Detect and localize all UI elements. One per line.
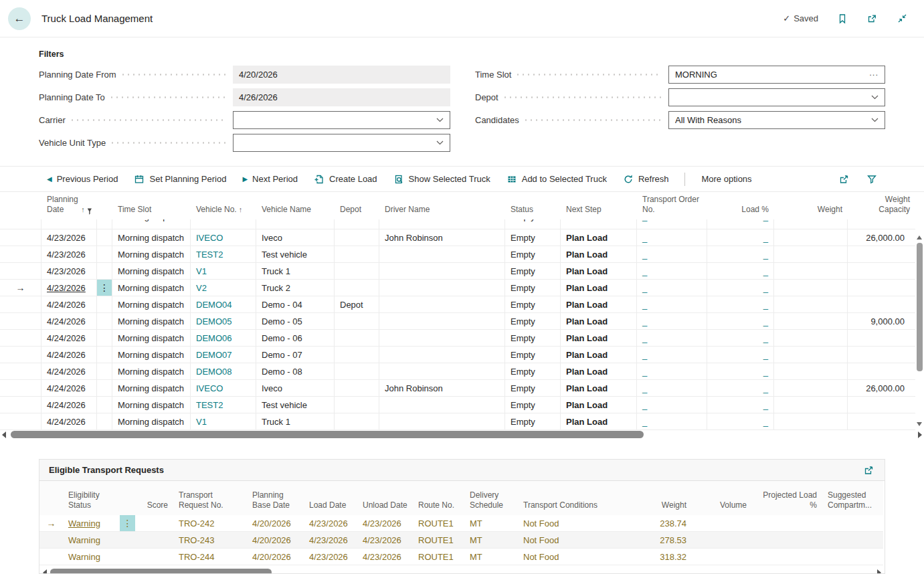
row-menu-cell[interactable] bbox=[97, 313, 112, 330]
status-cell[interactable]: Empty bbox=[505, 413, 561, 430]
depot-cell[interactable] bbox=[335, 330, 379, 347]
vehicle-cell[interactable]: DEMO04 bbox=[191, 296, 256, 313]
weight-cell[interactable] bbox=[774, 413, 848, 430]
tro-cell[interactable]: _ bbox=[637, 263, 707, 280]
weight-cell[interactable] bbox=[774, 263, 848, 280]
load-cell[interactable]: _ bbox=[707, 380, 774, 397]
planning-date-to-field[interactable]: 4/26/2026 bbox=[233, 88, 450, 106]
row-indicator[interactable] bbox=[0, 313, 41, 330]
driver-cell[interactable] bbox=[379, 296, 505, 313]
next-cell[interactable]: Plan Load bbox=[561, 380, 637, 397]
route-cell[interactable]: ROUTE1 bbox=[413, 515, 464, 532]
depot-cell[interactable]: Depot bbox=[335, 296, 379, 313]
slot-cell[interactable]: Morning dispatch bbox=[112, 246, 191, 263]
row-indicator[interactable]: → bbox=[0, 280, 41, 296]
next-cell[interactable]: Plan Load bbox=[561, 313, 637, 330]
next-period-button[interactable]: ▶ Next Period bbox=[242, 174, 298, 184]
scroll-up-arrow[interactable] bbox=[917, 233, 922, 240]
load-cell[interactable]: _ bbox=[707, 347, 774, 363]
column-header-load[interactable]: Load Date bbox=[304, 481, 357, 515]
depot-cell[interactable] bbox=[335, 363, 379, 380]
row-menu-cell[interactable] bbox=[97, 229, 112, 246]
vehicle-cell[interactable]: DEMO05 bbox=[191, 313, 256, 330]
more-options-button[interactable]: More options bbox=[701, 174, 751, 184]
column-header-depot[interactable]: Depot bbox=[335, 192, 379, 219]
name-cell[interactable]: Demo - 08 bbox=[256, 363, 335, 380]
score-cell[interactable] bbox=[135, 532, 173, 549]
row-menu-cell[interactable] bbox=[97, 413, 112, 430]
next-cell[interactable]: Plan Load bbox=[561, 229, 637, 246]
row-menu-cell[interactable] bbox=[97, 263, 112, 280]
cap-cell[interactable] bbox=[848, 330, 915, 347]
score-cell[interactable] bbox=[135, 549, 173, 565]
next-cell[interactable]: Plan Load bbox=[561, 347, 637, 363]
depot-cell[interactable] bbox=[335, 219, 379, 229]
date-cell[interactable]: 4/23/2026 bbox=[41, 219, 97, 229]
status-cell[interactable]: Warning bbox=[63, 532, 120, 549]
vehicle-cell[interactable]: TEST2 bbox=[191, 397, 256, 413]
weight-cell[interactable] bbox=[774, 347, 848, 363]
weight-cell[interactable] bbox=[774, 219, 848, 229]
time-slot-field[interactable]: MORNING ... bbox=[668, 66, 885, 84]
name-cell[interactable]: Demo - 06 bbox=[256, 330, 335, 347]
column-header-cond[interactable]: Transport Conditions bbox=[518, 481, 642, 515]
column-header-score[interactable]: Score bbox=[135, 481, 173, 515]
vertical-scroll-thumb[interactable] bbox=[917, 243, 923, 371]
status-cell[interactable]: Empty bbox=[505, 313, 561, 330]
row-indicator[interactable] bbox=[0, 219, 41, 229]
vehicle-cell[interactable]: DEMO08 bbox=[191, 363, 256, 380]
column-header-unload[interactable]: Unload Date bbox=[357, 481, 413, 515]
weight-cell[interactable] bbox=[774, 246, 848, 263]
tro-cell[interactable]: _ bbox=[637, 413, 707, 430]
add-to-selected-truck-button[interactable]: Add to Selected Truck bbox=[506, 174, 607, 185]
tro-cell[interactable]: _ bbox=[637, 380, 707, 397]
panel-horizontal-scrollbar[interactable] bbox=[41, 568, 883, 574]
driver-cell[interactable]: John Robinson bbox=[379, 380, 505, 397]
cap-cell[interactable] bbox=[848, 246, 915, 263]
name-cell[interactable]: Iveco bbox=[256, 229, 335, 246]
tro-cell[interactable]: _ bbox=[637, 296, 707, 313]
column-header-weight[interactable]: Weight bbox=[774, 192, 848, 219]
tro-cell[interactable]: TRO-243 bbox=[173, 532, 247, 549]
slot-cell[interactable]: Morning dispatch bbox=[112, 280, 191, 296]
vehicle-cell[interactable]: V1 bbox=[191, 413, 256, 430]
row-indicator[interactable] bbox=[0, 413, 41, 430]
sugg-cell[interactable] bbox=[822, 515, 883, 532]
route-cell[interactable]: ROUTE1 bbox=[413, 532, 464, 549]
row-indicator[interactable] bbox=[0, 246, 41, 263]
tro-cell[interactable]: _ bbox=[637, 219, 707, 229]
row-menu-cell[interactable] bbox=[97, 246, 112, 263]
status-cell[interactable]: Empty bbox=[505, 296, 561, 313]
delivery-cell[interactable]: MT bbox=[464, 549, 518, 565]
slot-cell[interactable]: Morning dispatch bbox=[112, 296, 191, 313]
slot-cell[interactable]: Morning dispatch bbox=[112, 330, 191, 347]
weight-cell[interactable] bbox=[774, 296, 848, 313]
tro-cell[interactable]: _ bbox=[637, 280, 707, 296]
column-header-status[interactable]: Status bbox=[505, 192, 561, 219]
date-cell[interactable]: 4/24/2026 bbox=[41, 397, 97, 413]
vehicle-cell[interactable]: DEMO08 bbox=[191, 219, 256, 229]
name-cell[interactable]: Test vehicle bbox=[256, 397, 335, 413]
next-cell[interactable]: Plan Load bbox=[561, 413, 637, 430]
pbd-cell[interactable]: 4/20/2026 bbox=[247, 549, 304, 565]
date-cell[interactable]: 4/23/2026 bbox=[41, 246, 97, 263]
name-cell[interactable]: Demo - 04 bbox=[256, 296, 335, 313]
column-header-indicator[interactable] bbox=[39, 481, 63, 515]
name-cell[interactable]: Demo - 05 bbox=[256, 313, 335, 330]
weight-cell[interactable] bbox=[774, 280, 848, 296]
depot-cell[interactable] bbox=[335, 397, 379, 413]
next-cell[interactable]: Plan Load bbox=[561, 296, 637, 313]
weight-cell[interactable] bbox=[774, 397, 848, 413]
load-cell[interactable]: _ bbox=[707, 263, 774, 280]
sugg-cell[interactable] bbox=[822, 532, 883, 549]
weight-cell[interactable]: 238.74 bbox=[642, 515, 692, 532]
weight-cell[interactable]: 278.53 bbox=[642, 532, 692, 549]
cap-cell[interactable]: 9,000.00 bbox=[848, 313, 915, 330]
column-header-cap[interactable]: Weight Capacity bbox=[848, 192, 915, 219]
load-cell[interactable]: _ bbox=[707, 413, 774, 430]
driver-cell[interactable] bbox=[379, 263, 505, 280]
vehicle-cell[interactable]: IVECO bbox=[191, 380, 256, 397]
row-menu-cell[interactable] bbox=[97, 296, 112, 313]
pbd-cell[interactable]: 4/20/2026 bbox=[247, 515, 304, 532]
column-header-proj[interactable]: Projected Load % bbox=[752, 481, 822, 515]
